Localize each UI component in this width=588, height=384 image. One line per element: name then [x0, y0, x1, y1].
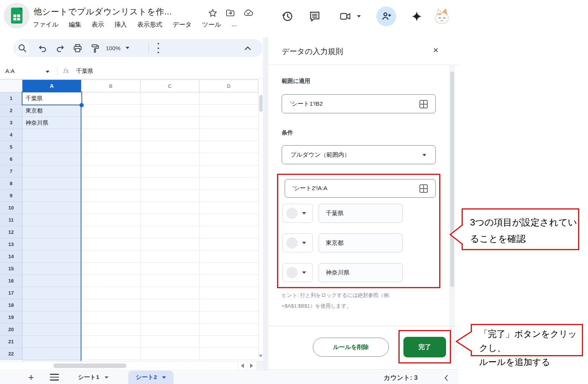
- menu-表示形式[interactable]: 表示形式: [137, 21, 163, 29]
- formula-input[interactable]: 千葉県: [76, 68, 93, 75]
- document-title[interactable]: 他シートでプルダウンリストを作...: [33, 6, 172, 17]
- column-header-A[interactable]: A: [22, 79, 81, 92]
- add-sheet-button[interactable]: +: [28, 372, 34, 382]
- cell-a3[interactable]: 神奈川県: [25, 117, 79, 129]
- name-box[interactable]: A:A: [5, 68, 14, 74]
- star-icon[interactable]: [208, 8, 217, 17]
- paint-format-icon[interactable]: [91, 44, 100, 54]
- menu-ツール[interactable]: ツール: [202, 21, 221, 29]
- column-header-B[interactable]: B: [81, 79, 140, 92]
- row-header-1[interactable]: 1: [0, 92, 22, 105]
- vertical-scrollbar-thumb[interactable]: [259, 95, 263, 112]
- row-header-16[interactable]: 16: [0, 275, 22, 287]
- row-header-8[interactable]: 8: [0, 178, 22, 190]
- annotation-text: 「完了」ボタンをクリックし、: [479, 327, 582, 355]
- cloud-status-icon[interactable]: [244, 8, 253, 17]
- redo-icon[interactable]: [56, 44, 65, 54]
- item-value-input[interactable]: 神奈川県: [319, 263, 403, 282]
- annotation-rect-done: [398, 330, 451, 363]
- row-header-18[interactable]: 18: [0, 299, 22, 311]
- tab-sheet1[interactable]: シート1: [78, 371, 108, 384]
- condition-select[interactable]: プルダウン（範囲内）: [282, 145, 436, 164]
- menu-データ[interactable]: データ: [173, 21, 192, 29]
- row-header-3[interactable]: 3: [0, 117, 22, 129]
- row-header-17[interactable]: 17: [0, 287, 22, 299]
- select-all-corner[interactable]: [0, 79, 22, 92]
- annotation-text: ルールを追加する: [479, 355, 582, 369]
- toolbar: [13, 39, 263, 57]
- cell-a2[interactable]: 東京都: [25, 105, 79, 117]
- row-header-11[interactable]: 11: [0, 214, 22, 226]
- undo-icon[interactable]: [38, 44, 47, 54]
- row-header-7[interactable]: 7: [0, 165, 22, 178]
- row-header-14[interactable]: 14: [0, 251, 22, 263]
- column-header-C[interactable]: C: [140, 79, 199, 92]
- row-header-15[interactable]: 15: [0, 263, 22, 275]
- close-icon[interactable]: ×: [433, 46, 438, 55]
- item-color-picker[interactable]: [282, 263, 313, 282]
- collapse-toolbar-icon[interactable]: [244, 45, 251, 52]
- horizontal-scrollbar-thumb[interactable]: [53, 363, 126, 368]
- row-header-12[interactable]: 12: [0, 226, 22, 238]
- meet-camera-dropdown-caret[interactable]: [357, 15, 361, 17]
- all-sheets-icon[interactable]: [50, 374, 59, 381]
- menu-編集[interactable]: 編集: [69, 21, 81, 29]
- sheets-logo-icon: [10, 7, 24, 24]
- scroll-left-arrow[interactable]: [241, 363, 244, 368]
- panel-divider: [268, 65, 459, 65]
- row-header-22[interactable]: 22: [0, 348, 22, 360]
- sheets-logo[interactable]: [4, 3, 30, 29]
- delete-rule-button[interactable]: ルールを削除: [313, 338, 389, 357]
- panel-scrollbar-thumb[interactable]: [450, 71, 454, 287]
- search-icon[interactable]: [18, 44, 27, 54]
- item-color-picker[interactable]: [282, 204, 313, 223]
- share-button[interactable]: [376, 6, 396, 26]
- item-value-input[interactable]: 千葉県: [319, 204, 403, 223]
- active-cell-a1[interactable]: 千葉県: [22, 92, 82, 105]
- fill-handle[interactable]: [80, 103, 84, 107]
- vertical-scrollbar[interactable]: [258, 92, 263, 361]
- row-header-21[interactable]: 21: [0, 336, 22, 348]
- hint-text: ヒント: 行と列をロックするには絶対参照（例:: [282, 292, 390, 299]
- row-header-20[interactable]: 20: [0, 324, 22, 336]
- select-range-icon[interactable]: [419, 100, 428, 110]
- row-header-10[interactable]: 10: [0, 202, 22, 214]
- version-history-icon[interactable]: [282, 11, 293, 22]
- item-value-input[interactable]: 東京都: [319, 233, 403, 252]
- meet-camera-icon[interactable]: [340, 11, 351, 22]
- menu-挿入[interactable]: 挿入: [115, 21, 127, 29]
- source-range-input[interactable]: 'シート2'!A:A: [285, 179, 436, 198]
- row-header-13[interactable]: 13: [0, 238, 22, 251]
- column-header-D[interactable]: D: [199, 79, 258, 92]
- menu-ファイル[interactable]: ファイル: [33, 21, 59, 29]
- row-header-2[interactable]: 2: [0, 105, 22, 117]
- row-header-6[interactable]: 6: [0, 153, 22, 165]
- select-range-icon[interactable]: [419, 184, 428, 194]
- collapse-panel-chevron[interactable]: [444, 374, 448, 383]
- name-box-caret[interactable]: [46, 71, 49, 73]
- apply-range-input[interactable]: 'シート1'!B2: [282, 94, 436, 113]
- row-header-4[interactable]: 4: [0, 129, 22, 141]
- menu-表示[interactable]: 表示: [92, 21, 104, 29]
- print-icon[interactable]: [73, 44, 82, 54]
- row-header-5[interactable]: 5: [0, 141, 22, 153]
- zoom-control[interactable]: 100%: [106, 43, 129, 52]
- tab-sheet2-active[interactable]: シート2: [128, 371, 174, 384]
- profile-avatar[interactable]: [433, 7, 451, 25]
- row-header-19[interactable]: 19: [0, 311, 22, 324]
- formula-bar: [0, 63, 263, 79]
- more-options-icon[interactable]: [158, 43, 159, 53]
- tab-sheet2-caret[interactable]: [162, 376, 166, 379]
- tab-sheet1-caret[interactable]: [105, 376, 108, 379]
- count-status[interactable]: カウント: 3: [384, 373, 417, 382]
- item-color-picker[interactable]: [282, 233, 313, 252]
- row-header-9[interactable]: 9: [0, 190, 22, 202]
- panel-gap: [263, 37, 268, 371]
- scroll-down-arrow[interactable]: [259, 355, 263, 357]
- gemini-sparkle-icon[interactable]: [411, 11, 422, 22]
- scroll-right-arrow[interactable]: [250, 363, 253, 368]
- move-folder-icon[interactable]: [226, 8, 235, 17]
- menu-...[interactable]: ...: [231, 21, 237, 29]
- horizontal-scrollbar[interactable]: [0, 361, 263, 370]
- comment-icon[interactable]: [309, 11, 320, 22]
